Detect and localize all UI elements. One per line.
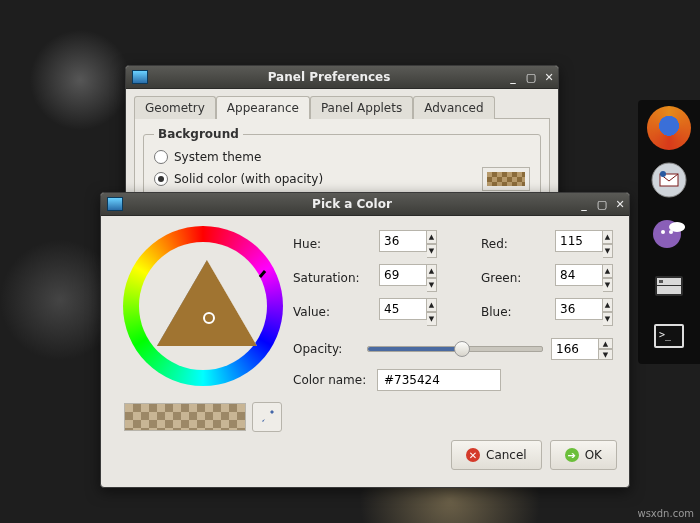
- svg-rect-9: [659, 280, 663, 283]
- tab-bar: Geometry Appearance Panel Applets Advanc…: [134, 95, 552, 118]
- svg-text:>_: >_: [659, 329, 672, 341]
- red-input[interactable]: [555, 230, 603, 252]
- value-step-down[interactable]: ▼: [427, 312, 437, 326]
- saturation-step-down[interactable]: ▼: [427, 278, 437, 292]
- dock-item-firefox[interactable]: [647, 106, 691, 150]
- green-step-up[interactable]: ▲: [603, 264, 613, 278]
- opacity-label: Opacity:: [293, 342, 359, 356]
- desktop: Panel Preferences _ ▢ ✕ Geometry Appeara…: [0, 0, 700, 523]
- mail-icon: [649, 160, 689, 200]
- close-button[interactable]: ✕: [612, 197, 628, 211]
- green-input[interactable]: [555, 264, 603, 286]
- opacity-step-up[interactable]: ▲: [599, 338, 613, 349]
- radio-solid-color-label: Solid color (with opacity): [174, 172, 323, 186]
- window-icon: [107, 197, 123, 211]
- titlebar[interactable]: Panel Preferences _ ▢ ✕: [126, 66, 558, 89]
- red-label: Red:: [481, 230, 545, 258]
- titlebar[interactable]: Pick a Color _ ▢ ✕: [101, 193, 629, 216]
- green-step-down[interactable]: ▼: [603, 278, 613, 292]
- radio-solid-color[interactable]: [154, 172, 168, 186]
- value-step-up[interactable]: ▲: [427, 298, 437, 312]
- ok-button-label: OK: [585, 448, 602, 462]
- red-step-down[interactable]: ▼: [603, 244, 613, 258]
- color-swatch-button[interactable]: [482, 167, 530, 191]
- dock-item-terminal[interactable]: >_: [647, 314, 691, 358]
- green-label: Green:: [481, 264, 545, 292]
- blue-label: Blue:: [481, 298, 545, 326]
- saturation-label: Saturation:: [293, 264, 369, 292]
- cancel-icon: ✕: [466, 448, 480, 462]
- opacity-input[interactable]: [551, 338, 599, 360]
- cancel-button-label: Cancel: [486, 448, 527, 462]
- saturation-input[interactable]: [379, 264, 427, 286]
- window-icon: [132, 70, 148, 84]
- blue-step-up[interactable]: ▲: [603, 298, 613, 312]
- cancel-button[interactable]: ✕ Cancel: [451, 440, 542, 470]
- radio-system-theme[interactable]: [154, 150, 168, 164]
- svg-point-4: [661, 230, 665, 234]
- ok-button[interactable]: ➔ OK: [550, 440, 617, 470]
- window-title: Pick a Color: [129, 197, 575, 211]
- svg-rect-8: [657, 286, 681, 294]
- tab-panel-applets[interactable]: Panel Applets: [310, 96, 413, 119]
- value-label: Value:: [293, 298, 369, 326]
- color-name-input[interactable]: [377, 369, 501, 391]
- dock-item-mail[interactable]: [647, 158, 691, 202]
- color-wheel[interactable]: [123, 226, 283, 386]
- value-input[interactable]: [379, 298, 427, 320]
- watermark: wsxdn.com: [637, 508, 694, 519]
- blue-input[interactable]: [555, 298, 603, 320]
- ok-icon: ➔: [565, 448, 579, 462]
- window-title: Panel Preferences: [154, 70, 504, 84]
- red-step-up[interactable]: ▲: [603, 230, 613, 244]
- dock: >_: [638, 100, 700, 364]
- hue-input[interactable]: [379, 230, 427, 252]
- color-preview-swatch: [124, 403, 246, 431]
- hue-step-up[interactable]: ▲: [427, 230, 437, 244]
- radio-system-theme-label: System theme: [174, 150, 261, 164]
- tab-advanced[interactable]: Advanced: [413, 96, 494, 119]
- sv-triangle-marker[interactable]: [203, 312, 215, 324]
- maximize-button[interactable]: ▢: [594, 197, 610, 211]
- dock-item-pidgin[interactable]: [647, 210, 691, 254]
- hue-step-down[interactable]: ▼: [427, 244, 437, 258]
- minimize-button[interactable]: _: [505, 70, 521, 84]
- files-icon: [649, 264, 689, 304]
- color-name-label: Color name:: [293, 373, 369, 387]
- pidgin-icon: [649, 212, 689, 252]
- opacity-slider[interactable]: [367, 346, 543, 352]
- eyedropper-icon: [259, 409, 275, 425]
- minimize-button[interactable]: _: [576, 197, 592, 211]
- background-group-title: Background: [154, 127, 243, 141]
- opacity-step-down[interactable]: ▼: [599, 349, 613, 360]
- tab-appearance[interactable]: Appearance: [216, 96, 310, 119]
- blue-step-down[interactable]: ▼: [603, 312, 613, 326]
- terminal-icon: >_: [649, 316, 689, 356]
- dock-item-files[interactable]: [647, 262, 691, 306]
- saturation-step-up[interactable]: ▲: [427, 264, 437, 278]
- svg-point-2: [660, 171, 666, 177]
- close-button[interactable]: ✕: [541, 70, 557, 84]
- maximize-button[interactable]: ▢: [523, 70, 539, 84]
- hue-label: Hue:: [293, 230, 369, 258]
- color-picker-window: Pick a Color _ ▢ ✕: [100, 192, 630, 488]
- tab-geometry[interactable]: Geometry: [134, 96, 216, 119]
- eyedropper-button[interactable]: [252, 402, 282, 432]
- opacity-slider-thumb[interactable]: [454, 341, 470, 357]
